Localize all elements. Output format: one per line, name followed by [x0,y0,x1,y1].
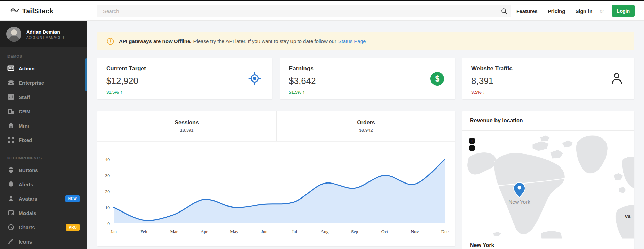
svg-text:Jun: Jun [261,229,268,234]
status-page-link[interactable]: Status Page [338,38,366,44]
profile-card[interactable]: Adrian Demian ACCOUNT MANAGER [0,21,87,47]
expand-icon [7,136,14,143]
sidebar-item-label: Staff [19,94,30,100]
sidebar-item-label: Mini [19,123,29,129]
briefcase-icon [7,79,14,86]
sidebar-item-admin[interactable]: Admin [0,61,87,75]
sidebar-item-fixed[interactable]: Fixed [0,133,87,147]
stat-value: $3,642 [289,76,446,86]
top-black-strip [0,0,644,1]
tab-orders[interactable]: Orders $8,942 [277,111,455,141]
svg-text:Oct: Oct [381,229,388,234]
svg-text:Apr: Apr [201,229,208,234]
brand[interactable]: TailStack [0,6,87,15]
svg-text:Dec: Dec [441,229,449,234]
sidebar-item-label: Icons [19,239,32,245]
user-outline-icon [610,72,624,87]
stat-change: 3.5% ↓ [471,89,626,95]
target-icon [248,72,262,87]
arrow-down-icon: ↓ [483,89,485,95]
sidebar-item-mini[interactable]: Mini [0,118,87,133]
map-pin-label: New York [502,199,536,205]
map-zoom-in-button[interactable]: + [469,138,475,144]
tab-label: Sessions [175,120,199,126]
search-icon[interactable] [497,5,511,17]
sessions-orders-card: Sessions 18,391 Orders $8,942 010203040J… [97,111,455,246]
sidebar-item-label: Buttons [19,167,38,173]
svg-text:10: 10 [105,205,110,210]
svg-text:0: 0 [107,221,110,226]
section-label-demos: DEMOS [7,54,87,58]
svg-text:Sep: Sep [351,229,358,234]
top-nav: Features Pricing Sign in or Login [516,5,635,17]
stat-title: Earnings [289,65,446,72]
arrow-up-icon: ↑ [303,89,305,95]
sidebar-item-crm[interactable]: CRM [0,104,87,118]
bell-icon [7,181,14,188]
home-icon [7,122,14,129]
world-map[interactable]: + − [462,131,634,239]
sidebar: Adrian Demian ACCOUNT MANAGER DEMOS Admi… [0,21,87,249]
main-content: API gateways are now Offline. Please try… [87,21,644,249]
sidebar-item-enterprise[interactable]: Enterprise [0,75,87,90]
stat-card-earnings: Earnings $3,642 51.5% ↑ $ [280,58,455,99]
login-button[interactable]: Login [612,5,635,17]
sidebar-item-label: Fixed [19,137,32,143]
nav-link-signin[interactable]: Sign in [575,8,592,14]
warning-icon [107,38,114,45]
search-input[interactable] [97,5,497,17]
sessions-line-chart: 010203040JanFebMarAprMayJunJulAugSepOctN… [97,142,455,244]
svg-text:Jan: Jan [111,229,117,234]
arrow-up-icon: ↑ [120,89,123,95]
tab-value: 18,391 [180,128,194,133]
map-zoom-out-button[interactable]: − [469,145,475,151]
tab-value: $8,942 [359,128,373,133]
sidebar-item-alerts[interactable]: Alerts [0,177,87,191]
revenue-by-location-card: Revenue by location + − [462,111,634,249]
svg-text:May: May [230,229,238,234]
svg-text:Mar: Mar [170,229,178,234]
sidebar-item-label: Admin [19,65,35,71]
alert-bold-text: API gateways are now Offline. [119,38,191,44]
search-bar [97,5,511,17]
map-edge-label: Va [625,213,631,219]
nav-link-features[interactable]: Features [516,8,538,14]
sidebar-item-label: Enterprise [19,80,44,86]
sidebar-scrollbar-thumb[interactable] [85,58,87,91]
sidebar-item-icons[interactable]: Icons [0,234,87,249]
svg-text:$: $ [435,74,440,83]
sidebar-item-label: Avatars [19,196,37,202]
section-label-ui-components: UI COMPONENTS [7,156,87,160]
svg-text:Aug: Aug [320,229,328,234]
alert-text: Please try the API later. If you want to… [193,38,336,44]
alert-banner: API gateways are now Offline. Please try… [97,32,634,50]
profile-name: Adrian Demian [26,29,64,36]
sidebar-item-buttons[interactable]: Buttons [0,163,87,177]
sidebar-item-label: Alerts [19,181,33,187]
dollar-icon: $ [430,72,444,87]
admin-icon [7,65,14,72]
wave-logo-icon [10,6,19,15]
sidebar-item-label: CRM [19,108,30,114]
nav-link-pricing[interactable]: Pricing [548,8,565,14]
svg-text:40: 40 [105,157,110,162]
sidebar-item-avatars[interactable]: Avatars NEW [0,191,87,206]
chart-tabs: Sessions 18,391 Orders $8,942 [97,111,455,142]
building-icon [7,108,14,115]
topbar: TailStack Features Pricing Sign in or Lo… [0,1,644,21]
sidebar-item-charts[interactable]: Charts PRO [0,220,87,234]
avatar [6,27,21,42]
sidebar-item-staff[interactable]: Staff [0,90,87,104]
stat-card-current-target: Current Target $12,920 31.5% ↑ [97,58,272,99]
bar-chart-icon [7,93,14,100]
tab-label: Orders [357,120,375,126]
svg-text:Jul: Jul [292,229,297,234]
sidebar-item-label: Modals [19,210,36,216]
tab-sessions[interactable]: Sessions 18,391 [97,111,277,141]
stat-card-website-traffic: Website Traffic 8,391 3.5% ↓ [462,58,634,99]
sidebar-item-label: Charts [19,224,35,230]
profile-role: ACCOUNT MANAGER [26,36,64,40]
stat-title: Current Target [106,65,264,72]
sidebar-item-modals[interactable]: Modals [0,206,87,220]
stat-change: 51.5% ↑ [289,89,446,95]
